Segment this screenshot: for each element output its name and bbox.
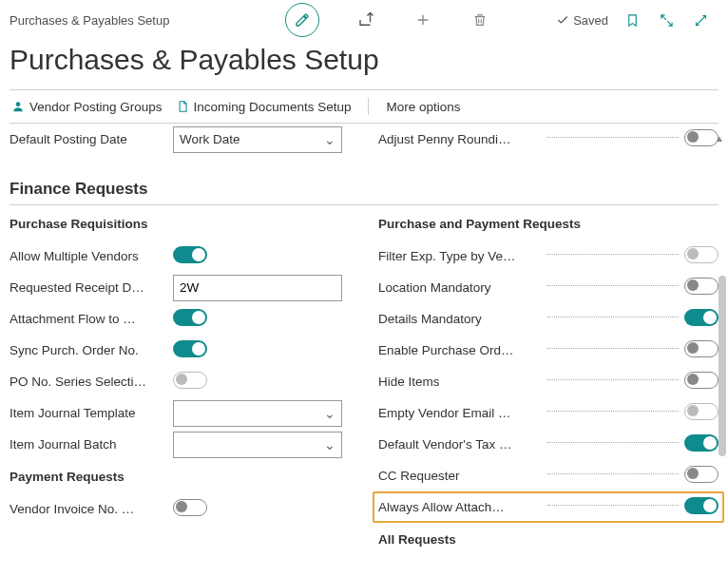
enable-purchase-ord-label: Enable Purchase Ord…: [378, 343, 542, 357]
chevron-down-icon: ⌄: [324, 132, 335, 147]
finance-requests-columns: Purchase Requisitions Allow Multiple Ven…: [10, 217, 718, 556]
adjust-penny-field: Adjust Penny Roundi…: [378, 124, 718, 155]
plus-icon: [415, 12, 431, 28]
hide-items-label: Hide Items: [378, 375, 542, 389]
chevron-down-icon: ⌄: [324, 406, 335, 421]
finance-requests-divider: [10, 204, 718, 205]
default-posting-date-field: Default Posting Date Work Date ⌄: [10, 124, 350, 155]
more-options-label: More options: [386, 100, 460, 114]
scroll-up-icon: ▲: [715, 133, 724, 143]
po-no-series-field: PO No. Series Selecti…: [10, 366, 350, 397]
always-allow-attach-label: Always Allow Attach…: [378, 500, 542, 514]
incoming-documents-setup-link[interactable]: Incoming Documents Setup: [176, 100, 352, 114]
item-journal-template-select[interactable]: ⌄: [173, 400, 342, 427]
po-no-series-toggle[interactable]: [173, 372, 207, 389]
default-vendor-tax-field: Default Vendor's Tax …: [378, 429, 718, 460]
empty-vendor-email-field: Empty Vendor Email …: [378, 397, 718, 429]
filter-exp-type-label: Filter Exp. Type by Ve…: [378, 249, 542, 263]
item-journal-batch-field: Item Journal Batch ⌄: [10, 429, 350, 460]
share-icon: [357, 11, 374, 29]
hide-items-field: Hide Items: [378, 366, 718, 397]
chevron-down-icon: ⌄: [324, 437, 335, 452]
vendor-posting-groups-link[interactable]: Vendor Posting Groups: [11, 100, 163, 114]
breadcrumb: Purchases & Payables Setup: [10, 13, 257, 28]
po-no-series-label: PO No. Series Selecti…: [10, 375, 173, 389]
bookmark-button[interactable]: [622, 10, 642, 30]
header-right: Saved: [556, 10, 718, 30]
filter-exp-type-field: Filter Exp. Type by Ve…: [378, 240, 718, 272]
default-posting-date-select[interactable]: Work Date ⌄: [173, 126, 342, 153]
allow-multiple-vendors-label: Allow Multiple Vendors: [10, 249, 173, 263]
person-icon: [11, 100, 25, 113]
document-icon: [176, 100, 189, 113]
saved-label: Saved: [573, 13, 608, 28]
popout-button[interactable]: [656, 10, 677, 30]
all-requests-subtitle: All Requests: [378, 532, 718, 547]
expand-button[interactable]: [690, 10, 711, 30]
content-area: Default Posting Date Work Date ⌄ Adjust …: [0, 124, 728, 563]
sync-purch-order-field: Sync Purch. Order No.: [10, 335, 350, 366]
delete-button[interactable]: [469, 10, 490, 30]
expand-icon: [694, 13, 708, 28]
requested-receipt-field: Requested Receipt D…: [10, 272, 350, 303]
details-mandatory-field: Details Mandatory: [378, 303, 718, 335]
item-journal-template-label: Item Journal Template: [10, 406, 173, 420]
item-journal-batch-select[interactable]: ⌄: [173, 432, 342, 458]
default-vendor-tax-label: Default Vendor's Tax …: [378, 437, 542, 452]
trash-icon: [472, 12, 488, 28]
share-button[interactable]: [355, 10, 376, 30]
details-mandatory-label: Details Mandatory: [378, 312, 542, 326]
empty-vendor-email-label: Empty Vendor Email …: [378, 406, 542, 420]
requested-receipt-input[interactable]: [173, 275, 342, 301]
allow-multiple-vendors-field: Allow Multiple Vendors: [10, 240, 350, 272]
purchase-requisitions-subtitle: Purchase Requisitions: [10, 217, 350, 231]
enable-purchase-ord-field: Enable Purchase Ord…: [378, 335, 718, 366]
attachment-flow-field: Attachment Flow to …: [10, 303, 350, 335]
more-options-link[interactable]: More options: [386, 100, 460, 114]
vendor-posting-groups-label: Vendor Posting Groups: [29, 100, 163, 114]
svg-point-0: [16, 102, 21, 106]
page-title: Purchases & Payables Setup: [0, 40, 728, 89]
adjust-penny-label: Adjust Penny Roundi…: [378, 132, 542, 146]
saved-indicator: Saved: [556, 13, 608, 28]
popout-icon: [660, 13, 674, 28]
default-posting-date-value: Work Date: [180, 132, 240, 146]
payment-requests-subtitle: Payment Requests: [10, 470, 350, 484]
always-allow-attach-field: Always Allow Attach…: [373, 491, 724, 523]
bookmark-icon: [625, 13, 640, 28]
top-fields-row: Default Posting Date Work Date ⌄ Adjust …: [10, 124, 718, 155]
item-journal-template-field: Item Journal Template ⌄: [10, 397, 350, 429]
default-posting-date-label: Default Posting Date: [10, 132, 173, 146]
purchase-payment-requests-subtitle: Purchase and Payment Requests: [378, 217, 718, 231]
requested-receipt-label: Requested Receipt D…: [10, 280, 173, 295]
location-mandatory-field: Location Mandatory: [378, 272, 718, 303]
check-icon: [556, 13, 569, 27]
edit-button[interactable]: [285, 3, 319, 37]
scrollbar[interactable]: ▲: [713, 133, 726, 570]
cc-requester-field: CC Requester: [378, 460, 718, 491]
header-actions: [257, 3, 556, 37]
attachment-flow-toggle[interactable]: [173, 309, 207, 326]
sync-purch-order-toggle[interactable]: [173, 340, 207, 357]
action-bar: Vendor Posting Groups Incoming Documents…: [0, 90, 728, 123]
vendor-invoice-no-toggle[interactable]: [173, 499, 207, 516]
right-column: Purchase and Payment Requests Filter Exp…: [378, 217, 718, 556]
vendor-invoice-no-label: Vendor Invoice No. …: [10, 502, 173, 516]
left-column: Purchase Requisitions Allow Multiple Ven…: [10, 217, 350, 556]
dots: [547, 137, 679, 138]
pencil-icon: [295, 12, 310, 28]
finance-requests-title: Finance Requests: [10, 180, 718, 199]
attachment-flow-label: Attachment Flow to …: [10, 312, 173, 326]
vendor-invoice-no-field: Vendor Invoice No. …: [10, 493, 350, 525]
window-header: Purchases & Payables Setup Saved: [0, 0, 728, 40]
allow-multiple-vendors-toggle[interactable]: [173, 246, 207, 263]
item-journal-batch-label: Item Journal Batch: [10, 437, 173, 452]
new-button[interactable]: [412, 10, 433, 30]
location-mandatory-label: Location Mandatory: [378, 280, 542, 295]
incoming-documents-setup-label: Incoming Documents Setup: [194, 100, 352, 114]
cc-requester-label: CC Requester: [378, 469, 542, 483]
scrollbar-thumb[interactable]: [718, 276, 726, 456]
action-separator: [368, 98, 369, 115]
sync-purch-order-label: Sync Purch. Order No.: [10, 343, 173, 357]
